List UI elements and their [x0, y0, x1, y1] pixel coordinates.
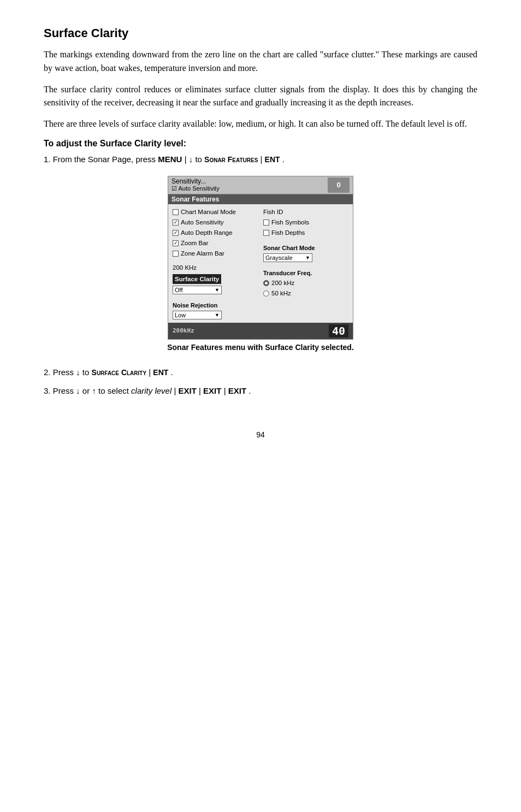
menu-col-right: Fish ID Fish Symbols Fish Depths Sonar C…	[263, 208, 348, 319]
step-3-arrow-up: ↑	[92, 386, 96, 395]
step-1-pipe1: |	[185, 155, 189, 164]
spacer-right-2	[263, 264, 348, 266]
menu-col-left: Chart Manual Mode Auto Sensitivity Auto …	[173, 208, 258, 319]
label-radio-200khz: 200 kHz	[271, 278, 294, 287]
menu-item-zoom-bar: Zoom Bar	[173, 239, 258, 247]
dropdown-sonar-chart-mode-arrow: ▼	[305, 255, 310, 260]
screenshot-container: Sensitivity... ☑ Auto Sensitivity 0 Sona…	[44, 176, 477, 360]
sensitivity-label: Sensitivity...	[171, 177, 220, 185]
menu-bottom-depth: 40	[329, 324, 348, 337]
dropdown-surface-clarity-value: Off	[175, 287, 182, 293]
step-1: 1. From the Sonar Page, press MENU | ↓ t…	[44, 153, 477, 166]
checkbox-fish-symbols	[263, 220, 269, 226]
checkbox-auto-depth-range	[173, 230, 179, 236]
screenshot-caption: Sonar Features menu with Surface Clarity…	[167, 343, 354, 352]
step-1-text-before: From the Sonar Page, press	[53, 155, 158, 164]
spacer-right-1	[263, 239, 348, 241]
menu-item-auto-sensitivity: Auto Sensitivity	[173, 218, 258, 227]
checkbox-auto-sensitivity	[173, 220, 179, 226]
step-2-surface-clarity: Surface Clarity	[92, 368, 147, 377]
paragraph-2: The surface clarity control reduces or e…	[44, 83, 477, 110]
dropdown-noise-rejection-arrow: ▼	[215, 312, 220, 318]
step-1-ent: ENT	[265, 155, 280, 164]
checkbox-zoom-bar	[173, 240, 179, 246]
dropdown-surface-clarity[interactable]: Off ▼	[173, 286, 222, 294]
step-1-pipe2: |	[260, 155, 265, 164]
dropdown-sonar-chart-mode[interactable]: Grayscale ▼	[263, 253, 312, 262]
step-3-arrow-down: ↓	[76, 386, 80, 395]
radio-200khz	[263, 280, 269, 286]
step-1-menu-bold: MENU	[158, 155, 182, 164]
menu-top-bar: Sensitivity... ☑ Auto Sensitivity 0	[168, 176, 353, 194]
section-noise-rejection: Noise Rejection	[173, 302, 258, 309]
paragraph-3: There are three levels of surface clarit…	[44, 117, 477, 131]
menu-top-bar-left: Sensitivity... ☑ Auto Sensitivity	[171, 177, 220, 192]
page-title: Surface Clarity	[44, 26, 477, 40]
menu-bottom-bar: 200kHz 40	[168, 323, 353, 339]
step-3-pipe1: |	[174, 386, 178, 395]
menu-bottom-freq: 200kHz	[173, 327, 194, 334]
step-1-sonar-features: Sonar Features	[204, 155, 258, 164]
menu-item-auto-depth-range: Auto Depth Range	[173, 228, 258, 237]
step-3-pipe3: |	[224, 386, 228, 395]
label-fish-symbols: Fish Symbols	[271, 218, 309, 227]
checkbox-zone-alarm-bar	[173, 251, 179, 257]
subheading: To adjust the Surface Clarity level:	[44, 139, 477, 149]
dropdown-sonar-chart-mode-value: Grayscale	[265, 254, 293, 261]
label-zone-alarm-bar: Zone Alarm Bar	[181, 249, 224, 258]
menu-body: Chart Manual Mode Auto Sensitivity Auto …	[168, 204, 353, 323]
step-2-number: 2. Press	[44, 368, 76, 377]
step-3-to-select: to select	[98, 386, 131, 395]
label-zoom-bar: Zoom Bar	[181, 239, 209, 247]
step-3: 3. Press ↓ or ↑ to select clarity level …	[44, 384, 477, 398]
step-1-number: 1.	[44, 155, 53, 164]
menu-top-bar-value: 0	[328, 177, 350, 193]
label-fish-depths: Fish Depths	[271, 228, 305, 237]
section-transducer-freq: Transducer Freq.	[263, 270, 348, 276]
step-2-to: to	[82, 368, 92, 377]
label-fish-id: Fish ID	[263, 208, 283, 216]
menu-item-50khz-radio: 50 kHz	[263, 289, 348, 298]
menu-item-chart-manual-mode: Chart Manual Mode	[173, 208, 258, 216]
menu-item-200khz-radio: 200 kHz	[263, 278, 348, 287]
dropdown-surface-clarity-arrow: ▼	[215, 287, 220, 293]
label-radio-50khz: 50 kHz	[271, 289, 291, 298]
dropdown-noise-rejection[interactable]: Low ▼	[173, 311, 222, 319]
step-2: 2. Press ↓ to Surface Clarity | ENT .	[44, 366, 477, 379]
step-3-exit2: EXIT	[203, 386, 221, 395]
label-auto-depth-range: Auto Depth Range	[181, 228, 233, 237]
step-3-number: 3. Press	[44, 386, 76, 395]
step-3-clarity-level: clarity level	[131, 386, 171, 395]
menu-item-200khz: 200 KHz	[173, 263, 258, 272]
menu-item-fish-depths: Fish Depths	[263, 228, 348, 237]
menu-item-zone-alarm-bar: Zone Alarm Bar	[173, 249, 258, 258]
menu-title-bar: Sonar Features	[168, 194, 353, 204]
step-3-or: or	[82, 386, 92, 395]
step-1-period: .	[282, 155, 285, 164]
checkbox-fish-depths	[263, 230, 269, 236]
paragraph-1: The markings extending downward from the…	[44, 48, 477, 75]
menu-item-fish-symbols: Fish Symbols	[263, 218, 348, 227]
radio-50khz	[263, 291, 269, 297]
step-3-period: .	[248, 386, 251, 395]
auto-sensitivity-label: ☑ Auto Sensitivity	[171, 185, 220, 192]
step-3-exit1: EXIT	[179, 386, 197, 395]
step-1-arrow-down: ↓	[189, 155, 193, 164]
spacer-left-2	[173, 296, 258, 298]
step-3-pipe2: |	[199, 386, 203, 395]
section-sonar-chart-mode: Sonar Chart Mode	[263, 245, 348, 251]
spacer-left-1	[173, 259, 258, 262]
label-chart-manual-mode: Chart Manual Mode	[181, 208, 236, 216]
step-2-arrow: ↓	[76, 368, 80, 377]
dropdown-noise-rejection-value: Low	[175, 312, 186, 318]
menu-image: Sensitivity... ☑ Auto Sensitivity 0 Sona…	[168, 176, 353, 340]
checkbox-chart-manual-mode	[173, 209, 179, 215]
page-number: 94	[44, 430, 477, 439]
label-auto-sensitivity: Auto Sensitivity	[181, 218, 224, 227]
menu-item-fish-id: Fish ID	[263, 208, 348, 216]
label-200khz: 200 KHz	[173, 263, 197, 272]
step-1-to: to	[195, 155, 204, 164]
highlighted-surface-clarity: Surface Clarity	[173, 274, 221, 284]
step-2-ent: ENT	[153, 368, 168, 377]
step-2-period: .	[171, 368, 173, 377]
